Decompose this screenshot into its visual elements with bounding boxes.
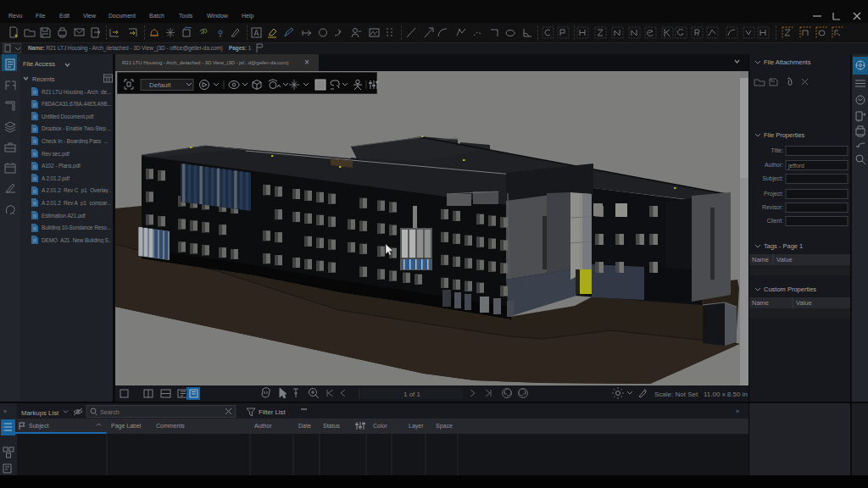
svg-text:Value: Value	[776, 256, 793, 263]
svg-text:File Attachments: File Attachments	[764, 58, 811, 66]
svg-text:jefford: jefford	[787, 163, 804, 169]
svg-text:Tags - Page 1: Tags - Page 1	[764, 242, 803, 250]
svg-text:Markups List: Markups List	[21, 409, 59, 417]
svg-text:Default: Default	[149, 81, 171, 89]
svg-text:Filter List: Filter List	[259, 408, 286, 416]
svg-text:Author:: Author:	[765, 162, 783, 168]
svg-text:Scale: Not Set: Scale: Not Set	[654, 391, 698, 398]
svg-text:Project:: Project:	[764, 191, 783, 197]
svg-text:Layer: Layer	[409, 423, 424, 430]
svg-text:Custom Properties: Custom Properties	[764, 286, 816, 293]
svg-text:Search: Search	[100, 408, 120, 416]
svg-text:Status: Status	[323, 423, 340, 429]
svg-text:Value: Value	[796, 299, 812, 307]
svg-text:Page Label: Page Label	[111, 423, 142, 430]
svg-text:Comments: Comments	[156, 423, 185, 429]
svg-text:»: »	[3, 408, 7, 415]
svg-text:Date: Date	[298, 423, 311, 429]
svg-text:Name: Name	[752, 299, 769, 307]
svg-text:Color: Color	[373, 423, 387, 429]
svg-text:»: »	[736, 408, 739, 415]
svg-text:Name: Name	[752, 256, 769, 263]
svg-text:Subject:: Subject:	[762, 175, 783, 182]
svg-text:Space: Space	[436, 423, 453, 430]
svg-text:Revisor:: Revisor:	[762, 204, 783, 210]
svg-text:Subject: Subject	[29, 423, 48, 430]
svg-text:Title:: Title:	[771, 147, 784, 153]
svg-text:File Properties: File Properties	[764, 131, 805, 139]
svg-text:1 of 1: 1 of 1	[403, 391, 421, 398]
svg-text:11.00 x 8.50 in: 11.00 x 8.50 in	[704, 391, 748, 398]
svg-text:Client:: Client:	[767, 218, 783, 224]
svg-text:Author: Author	[254, 423, 272, 429]
